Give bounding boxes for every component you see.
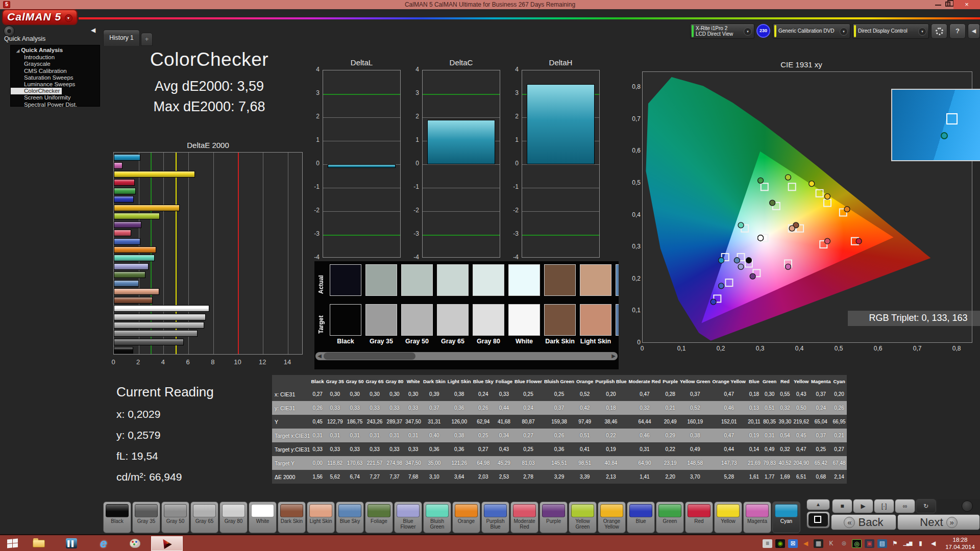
tree-expander-icon[interactable]: ◢: [16, 48, 19, 53]
table-row-y-cie31: y: CIE310,260,330,330,330,330,330,370,36…: [272, 401, 847, 415]
patch-button-white[interactable]: White: [249, 502, 277, 533]
scrollbar-thumb[interactable]: [324, 353, 415, 360]
patch-button-gray-50[interactable]: Gray 50: [161, 502, 189, 533]
scroll-left-icon[interactable]: ◀: [316, 353, 323, 360]
col-header-green: Green: [762, 375, 777, 387]
patch-color-chip: [397, 504, 420, 517]
deltae-bar-dark-skin: [114, 297, 153, 304]
sidebar-item-grayscale[interactable]: Grayscale: [11, 61, 100, 67]
patch-button-light-skin[interactable]: Light Skin: [307, 502, 335, 533]
deltae-bar-moderate-red: [114, 230, 131, 236]
sidebar-item-saturation-sweeps[interactable]: Saturation Sweeps: [11, 74, 100, 81]
patch-button-purplish-blue[interactable]: Purplish Blue: [481, 502, 509, 533]
patch-button-orange-yellow[interactable]: Orange Yellow: [598, 502, 626, 533]
sidebar-collapse-icon[interactable]: ◀: [91, 27, 95, 34]
calman-logo[interactable]: CalMAN 5 ▼: [2, 9, 78, 25]
collapse-panel-button[interactable]: ◀: [968, 23, 980, 39]
patch-button-blue-sky[interactable]: Blue Sky: [336, 502, 364, 533]
patch-button-green[interactable]: Green: [656, 502, 684, 533]
sound-device-icon[interactable]: ▦: [814, 539, 823, 548]
patch-button-gray-65[interactable]: Gray 65: [190, 502, 218, 533]
patch-button-blue[interactable]: Blue: [627, 502, 655, 533]
analytics-app-icon[interactable]: ▌▌: [64, 537, 79, 549]
steam-icon[interactable]: ◎: [852, 539, 862, 548]
col-header-gray-80: Gray 80: [384, 375, 404, 387]
target-swatch-gray-65: [437, 304, 469, 336]
swatch-scrollbar[interactable]: ◀ ▶: [315, 352, 618, 360]
patch-button-yellow-green[interactable]: Yellow Green: [569, 502, 597, 533]
sidebar-item-screen-uniformity[interactable]: Screen Uniformity: [11, 94, 100, 101]
tab-history-1[interactable]: History 1: [103, 30, 140, 46]
pattern-up-button[interactable]: ▲: [806, 499, 830, 510]
patch-button-black[interactable]: Black: [103, 502, 131, 533]
rgb-triplet-readout: RGB Triplet: 0, 133, 163: [848, 311, 980, 326]
volume-mixer-icon[interactable]: ◀: [801, 539, 811, 548]
chevron-down-icon[interactable]: ▼: [744, 28, 752, 36]
frame-step-button[interactable]: [·]: [874, 499, 894, 513]
pattern-window-button[interactable]: [806, 511, 830, 529]
meter-dropdown[interactable]: X-Rite i1Pro 2 LCD Direct View ▼: [690, 23, 754, 39]
restore-icon[interactable]: [945, 2, 950, 7]
calman-taskbar-button[interactable]: [151, 536, 183, 551]
current-reading-block: Current Reading x: 0,2029 y: 0,2579 fL: …: [116, 384, 214, 492]
remote-desktop-icon[interactable]: ▤: [877, 539, 887, 548]
network-signal-icon[interactable]: ▁▄▇: [903, 539, 913, 548]
power-plug-icon[interactable]: ▮: [916, 539, 925, 548]
deltae-bar-bluish-green: [114, 255, 155, 261]
file-explorer-icon[interactable]: [31, 537, 46, 549]
sidebar-item-luminance-sweeps[interactable]: Luminance Sweeps: [11, 81, 100, 88]
start-button[interactable]: [7, 539, 18, 548]
patch-button-magenta[interactable]: Magenta: [743, 502, 771, 533]
display-control-dropdown[interactable]: Direct Display Control ▼: [852, 23, 929, 39]
loop-button[interactable]: ∞: [895, 499, 915, 513]
back-button[interactable]: « Back: [831, 514, 896, 530]
display-utility-icon[interactable]: ⊠: [788, 539, 798, 548]
cie-measured-yellow-green: [785, 174, 791, 180]
patch-button-gray-80[interactable]: Gray 80: [219, 502, 248, 533]
patch-button-dark-skin[interactable]: Dark Skin: [278, 502, 306, 533]
sidebar-item-cms-calibration[interactable]: CMS Calibration: [11, 68, 100, 74]
patch-button-moderate-red[interactable]: Moderate Red: [510, 502, 538, 533]
settings-button[interactable]: [931, 23, 947, 39]
sidebar-item-spectral-power-dist-[interactable]: Spectral Power Dist.: [11, 102, 100, 108]
help-button[interactable]: ?: [949, 23, 966, 39]
next-button[interactable]: Next »: [897, 514, 980, 530]
sidebar-item-quick-analysis[interactable]: ◢Quick Analysis: [11, 47, 100, 54]
patch-button-orange[interactable]: Orange: [452, 502, 480, 533]
patch-button-foliage[interactable]: Foliage: [365, 502, 393, 533]
patch-button-blue-flower[interactable]: Blue Flower: [394, 502, 422, 533]
patch-button-bluish-green[interactable]: Bluish Green: [423, 502, 451, 533]
play-button[interactable]: ▶: [853, 499, 873, 513]
chevron-down-icon[interactable]: ▼: [918, 28, 926, 36]
language-flag-icon[interactable]: ⚑: [890, 539, 900, 548]
minimize-icon[interactable]: [935, 5, 941, 6]
logo-dropdown-icon[interactable]: ▼: [65, 14, 72, 22]
refresh-button[interactable]: ↻: [916, 499, 936, 513]
k-utility-icon[interactable]: K: [826, 539, 836, 548]
source-dropdown[interactable]: Generic Calibration DVD ▼: [773, 23, 850, 39]
add-tab-button[interactable]: +: [141, 33, 153, 46]
internet-explorer-icon[interactable]: e: [96, 537, 111, 549]
nvidia-icon[interactable]: ◉: [775, 539, 785, 548]
patch-button-red[interactable]: Red: [685, 502, 713, 533]
record-button[interactable]: [962, 500, 973, 512]
display-blocked-icon[interactable]: ▣: [865, 539, 874, 548]
patch-button-gray-35[interactable]: Gray 35: [132, 502, 160, 533]
speaker-icon[interactable]: ◀: [928, 539, 938, 548]
patch-color-chip: [775, 504, 798, 517]
paint-icon[interactable]: [128, 537, 143, 549]
scroll-right-icon[interactable]: ▶: [610, 353, 617, 360]
settings-gear-icon[interactable]: ⊛: [839, 539, 849, 548]
meter-badge[interactable]: 230: [756, 24, 770, 38]
chevron-down-icon[interactable]: ▼: [840, 28, 848, 36]
patch-button-yellow[interactable]: Yellow: [714, 502, 742, 533]
sidebar-item-colorchecker[interactable]: ColorChecker: [11, 88, 62, 94]
stop-button[interactable]: ■: [832, 499, 852, 513]
close-icon[interactable]: ×: [953, 0, 980, 9]
taskbar-clock[interactable]: 18:28 17.04.2014: [942, 536, 978, 550]
task-view-icon[interactable]: ≡: [763, 539, 772, 548]
patch-color-chip: [717, 504, 740, 517]
patch-button-cyan[interactable]: Cyan: [772, 502, 800, 533]
patch-button-purple[interactable]: Purple: [540, 502, 568, 533]
sidebar-item-introduction[interactable]: Introduction: [11, 54, 100, 61]
